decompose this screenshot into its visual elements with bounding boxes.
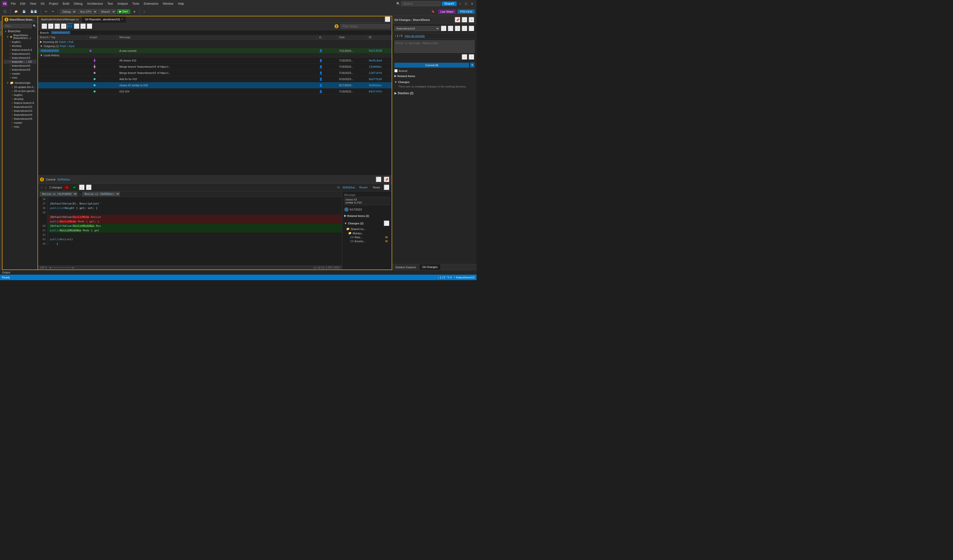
- minimize-button[interactable]: −: [458, 1, 463, 6]
- menu-file[interactable]: File: [9, 2, 18, 6]
- toolbar-save-all-btn[interactable]: 💾💾: [28, 9, 39, 14]
- branch-featurebranch3-active[interactable]: ⑂featurebr... ↕ 1/0: [3, 60, 36, 64]
- menu-git[interactable]: Git: [39, 2, 47, 6]
- menu-project[interactable]: Project: [47, 2, 60, 6]
- tab-app-instance[interactable]: ApplicationInstanceManager.cs: [38, 16, 82, 22]
- menu-test[interactable]: Test: [106, 2, 115, 6]
- menu-architecture[interactable]: Architecture: [85, 2, 105, 6]
- remote-featurebranch5[interactable]: ⑂featurebranch5: [3, 117, 36, 121]
- expand-git-changes[interactable]: ⊞: [462, 17, 467, 23]
- file-resize[interactable]: C# Resi... M: [344, 235, 390, 239]
- history-row-2[interactable]: Merge branch 'featurebranch3' of https:/…: [38, 70, 392, 76]
- reset-btn[interactable]: Reset: [371, 185, 382, 190]
- toolbar-bookmark-btn[interactable]: 🔖: [430, 9, 436, 14]
- menu-analyze[interactable]: Analyze: [115, 2, 130, 6]
- remotes-section[interactable]: ▼ 📁 remotes/origin: [3, 80, 36, 85]
- diff-settings-btn[interactable]: ⚙: [79, 184, 85, 190]
- remote-master[interactable]: ⑂master: [3, 121, 36, 125]
- branch-featurebranch1[interactable]: ⑂featurebranch1: [3, 52, 36, 56]
- diff-more-btn[interactable]: ▾: [86, 184, 92, 190]
- close-git-changes[interactable]: ✕: [469, 17, 475, 23]
- fetch-remote-btn[interactable]: ⬇: [441, 26, 447, 31]
- preview-button[interactable]: PREVIEW: [457, 9, 475, 14]
- sync-link[interactable]: Sync: [69, 45, 75, 48]
- toolbar-pause-btn[interactable]: ⏸: [131, 9, 138, 14]
- format-msg-btn[interactable]: #: [462, 54, 467, 60]
- commit-all-button[interactable]: Commit All: [394, 63, 469, 68]
- pull-remote-btn[interactable]: ⬇⬇: [448, 26, 454, 31]
- active-project-tab[interactable]: ShareX: [442, 2, 457, 6]
- view-all-commits-link[interactable]: View all commits: [405, 34, 425, 37]
- pull-btn[interactable]: ⬇⬇: [54, 23, 60, 29]
- maximize-button[interactable]: □: [464, 1, 469, 6]
- related-items-header[interactable]: ▶ Related Items (2): [344, 214, 390, 218]
- sharexdemo-root[interactable]: ▼ ◆ ShareXDemo (featurebranc...): [3, 34, 36, 40]
- tab-git-changes[interactable]: Git Changes: [419, 264, 441, 270]
- related-items-toggle[interactable]: ▶ Related Items: [394, 74, 475, 78]
- remote-bugfix1[interactable]: ⑂bugfix1: [3, 93, 36, 97]
- more-btn[interactable]: …: [87, 23, 93, 29]
- toggle-remote-btn[interactable]: ⑂↑: [74, 23, 80, 29]
- remote-16[interactable]: ⑂16-update-the-h...: [3, 85, 36, 89]
- changes-toggle[interactable]: ▼ Changes: [394, 80, 475, 84]
- sync-remote-btn[interactable]: ↻: [462, 26, 467, 31]
- branch-name-tag[interactable]: featurebranch3: [51, 31, 70, 34]
- commit-message-textarea[interactable]: [394, 40, 475, 53]
- pull-link[interactable]: Pull: [69, 40, 73, 43]
- menu-edit[interactable]: Edit: [18, 2, 27, 6]
- outgoing-commit-row[interactable]: featurebranch3 A new commit 👤 7/21/2023.…: [38, 48, 392, 53]
- branch-misc[interactable]: ⑂misc: [3, 76, 36, 80]
- toggle-graph-btn[interactable]: ⑂⑂: [67, 23, 73, 29]
- push-link[interactable]: Push: [60, 45, 66, 48]
- debug-config-dropdown[interactable]: Debug: [60, 9, 76, 14]
- branch-master[interactable]: ⑂master: [3, 72, 36, 76]
- history-row-5[interactable]: #15 #24 👤 7/19/2023... 0437f4f5: [38, 88, 392, 95]
- tab-git-repository[interactable]: Git Repositor...aturebranch3) ✕: [82, 16, 126, 23]
- push-btn[interactable]: ⬆: [61, 23, 67, 29]
- menu-help[interactable]: Help: [176, 2, 186, 6]
- liveshare-button[interactable]: Live Share: [438, 9, 456, 14]
- history-row-selected[interactable]: closes #2 similar to #10 👤 5/17/2023... …: [38, 82, 392, 88]
- toolbar-open-btn[interactable]: 📁: [12, 9, 20, 14]
- project-dropdown[interactable]: ShareX: [98, 9, 116, 14]
- commit-detail-pin[interactable]: 📌: [384, 176, 390, 183]
- branch-featurebranch5[interactable]: ⑂featurebranch5: [3, 68, 36, 72]
- panel-options-btn[interactable]: ⚙: [385, 16, 391, 22]
- stashes-toggle[interactable]: ▶ Stashes (2): [394, 91, 475, 96]
- fetch-link[interactable]: Fetch: [59, 40, 66, 43]
- toolbar-undo-btn[interactable]: ↩: [43, 9, 49, 14]
- remote-misc[interactable]: ⑂misc: [3, 125, 36, 128]
- diff-down-btn[interactable]: ↓: [44, 186, 47, 189]
- branch-featurebranch4[interactable]: ⑂featurebranch4: [3, 64, 36, 68]
- file-folder-manipu[interactable]: 📁 Manipu...: [344, 231, 390, 235]
- close-button[interactable]: ×: [470, 1, 475, 6]
- menu-view[interactable]: View: [28, 2, 38, 6]
- platform-dropdown[interactable]: Any CPU: [78, 9, 97, 14]
- toolbar-new-btn[interactable]: ⬛: [2, 9, 8, 14]
- menu-debug[interactable]: Debug: [72, 2, 84, 6]
- remote-featurebranch2[interactable]: ⑂featurebranch2: [3, 105, 36, 109]
- remote-develop[interactable]: ⑂develop: [3, 97, 36, 101]
- settings-btn[interactable]: ✦: [80, 23, 86, 29]
- remote-featurebranch4[interactable]: ⑂featurebranch4: [3, 113, 36, 117]
- changes-more-btn[interactable]: ⋯: [384, 220, 390, 226]
- branches-section[interactable]: ▼ Branches: [3, 29, 36, 34]
- amend-checkbox[interactable]: [394, 69, 397, 73]
- run-button[interactable]: ▶ Start: [117, 9, 130, 14]
- tab-git-close[interactable]: ✕: [121, 18, 123, 20]
- branch-develop[interactable]: ⑂develop: [3, 44, 36, 48]
- global-search-input[interactable]: [401, 1, 441, 6]
- filter-history-input[interactable]: [340, 24, 390, 28]
- branch-bugfix1[interactable]: ⑂bugfix1: [3, 40, 36, 44]
- history-row-0[interactable]: #8 closes #10 👤 7/19/2023... 9e45c6ed: [38, 57, 392, 64]
- more-remote-btn[interactable]: ⋯: [469, 26, 475, 31]
- info-msg-btn[interactable]: ℹ: [469, 54, 475, 60]
- branch-filter-input[interactable]: [3, 24, 32, 28]
- toolbar-git-btn[interactable]: ⑂: [142, 9, 147, 14]
- fetch-btn[interactable]: ⬇: [48, 23, 54, 29]
- menu-extensions[interactable]: Extensions: [142, 2, 160, 6]
- remote-featurebranch3[interactable]: ⑂featurebranch3: [3, 109, 36, 113]
- history-row-3[interactable]: Add fix for #10 👤 5/10/2023... 8a57fb26: [38, 76, 392, 82]
- menu-window[interactable]: Window: [161, 2, 175, 6]
- revert-btn[interactable]: Revert: [358, 185, 369, 190]
